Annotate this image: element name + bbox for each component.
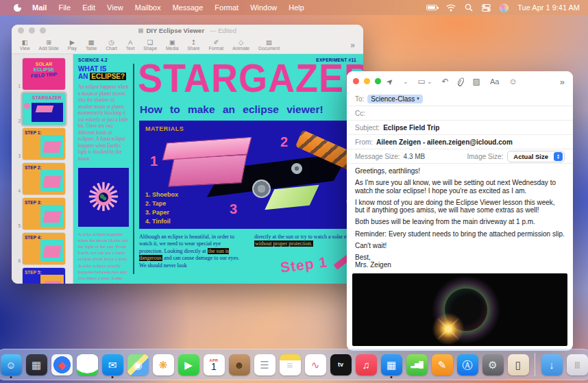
cc-field[interactable]: Cc: (347, 106, 573, 121)
attach-icon[interactable] (456, 77, 465, 87)
dock-item-facetime[interactable]: ▶ (177, 351, 200, 378)
slide-thumbnail-1[interactable]: 1SOLARECLIPSEFIELD TRIP (12, 58, 73, 90)
menu-app-name[interactable]: Mail (32, 3, 47, 12)
dock-item-downloads[interactable]: ↓ (540, 351, 563, 378)
slide-subtitle: How to make an eclipse viewer! (140, 103, 323, 116)
keynote-toolbar-view[interactable]: ◧View (20, 39, 30, 51)
keynote-toolbar-table[interactable]: ▦Table (86, 39, 97, 51)
undo-icon[interactable]: ↶ (442, 77, 449, 86)
slide-canvas[interactable]: SCIENCE 4.2 EXPERIMENT #11 WHAT IS AN EC… (73, 54, 363, 284)
keynote-toolbar-share[interactable]: ↥Share (187, 39, 199, 51)
keynote-titlebar[interactable]: ▤ DIY Eclipse Viewer — Edited (12, 25, 363, 36)
document-icon: ▤ (138, 27, 144, 34)
send-icon[interactable]: ➤ (384, 76, 395, 87)
dock-item-photos[interactable]: ❋ (151, 351, 175, 378)
subject-field[interactable]: Subject: Eclipse Field Trip (347, 121, 573, 135)
format-icon[interactable]: Aa (490, 78, 499, 86)
menu-clock[interactable]: Tue Apr 1 9:41 AM (517, 3, 580, 12)
maps-icon: ◉ (127, 354, 149, 375)
view-icon: ◧ (22, 39, 28, 45)
numbers-icon: ▂▅█ (406, 354, 428, 375)
dock-item-system-settings[interactable]: ⚙ (481, 351, 504, 378)
eclipse-paragraph-1: An eclipse happens when a moon or planet… (78, 84, 130, 162)
menu-mailbox[interactable]: Mailbox (135, 3, 161, 12)
dock-item-maps[interactable]: ◉ (126, 351, 149, 378)
control-center-icon[interactable] (482, 3, 491, 12)
insert-photo-icon[interactable]: ▨ (473, 77, 480, 86)
keynote-toolbar-format[interactable]: ✐Format (209, 39, 224, 51)
desktop: Mail FileEditViewMailboxMessageFormatWin… (0, 0, 588, 383)
dock-item-pages[interactable]: ✎ (430, 351, 454, 378)
slide-thumbnail-4[interactable]: 4STEP 2: (12, 163, 73, 195)
dock-item-freeform[interactable]: ∿ (304, 351, 327, 378)
close-button[interactable] (18, 27, 24, 34)
toolbar-overflow-icon[interactable]: » (350, 40, 355, 50)
send-options-chevron-icon[interactable]: ⌄ (403, 79, 408, 85)
image-size-dropdown[interactable]: Actual Size ▲▼ (507, 151, 565, 162)
dock-item-tv[interactable]: tv (329, 351, 352, 378)
dock-item-messages[interactable] (75, 351, 99, 378)
slide-kicker-left: SCIENCE 4.2 (78, 58, 108, 62)
slide-thumbnail-5[interactable]: 5STEP 3: (12, 198, 73, 230)
launchpad-icon: ▦ (26, 354, 47, 375)
keynote-toolbar-animate[interactable]: ◇Animate (232, 39, 249, 51)
apple-menu-icon[interactable] (14, 4, 21, 12)
dock-item-numbers[interactable]: ▂▅█ (405, 351, 428, 378)
minimize-button[interactable] (29, 27, 35, 34)
keynote-toolbar-play[interactable]: ▶Play (68, 39, 77, 51)
dock-item-mail[interactable]: ✉ (101, 351, 124, 378)
header-fields-icon[interactable]: ▭⌄ (418, 77, 432, 86)
safari-icon: ◆ (51, 354, 73, 375)
menu-format[interactable]: Format (215, 3, 238, 12)
photos-icon: ❋ (153, 354, 174, 375)
dock-item-launchpad[interactable]: ▦ (25, 351, 48, 378)
play-icon: ▶ (70, 39, 75, 45)
menu-file[interactable]: File (58, 3, 71, 12)
emoji-icon[interactable]: ☺ (509, 77, 517, 86)
eclipse-photo-attachment[interactable] (352, 273, 567, 346)
keynote-toolbar-document[interactable]: ▤Document (258, 39, 280, 51)
dock-item-trash[interactable]: ||| (565, 351, 588, 378)
reminders-icon: ☰ (254, 354, 275, 375)
dock-item-contacts[interactable]: ☻ (228, 351, 251, 378)
dock-item-iphone-mirroring[interactable]: ▯ (506, 351, 530, 378)
dock-item-safari[interactable]: ◆ (50, 351, 73, 378)
dock-item-music[interactable]: ♫ (354, 351, 378, 378)
dock-item-app-store[interactable]: Ⓐ (456, 351, 479, 378)
slide-thumbnail-7[interactable]: 7STEP 5: (12, 268, 73, 284)
menu-view[interactable]: View (107, 3, 123, 12)
to-field[interactable]: To: Science-Class ▾ (347, 92, 573, 106)
dock-item-reminders[interactable]: ☰ (253, 351, 276, 378)
search-icon[interactable] (465, 3, 473, 12)
media-icon: ▣ (169, 39, 175, 45)
mail-toolbar[interactable]: ➤ ⌄ ▭⌄ ↶ ▨ Aa ☺ » (347, 71, 573, 92)
menu-edit[interactable]: Edit (82, 3, 95, 12)
close-button[interactable] (353, 78, 359, 84)
wifi-icon[interactable] (446, 4, 456, 12)
zoom-button[interactable] (40, 27, 46, 34)
menu-message[interactable]: Message (173, 3, 204, 12)
minimize-button[interactable] (364, 78, 370, 84)
dock-item-notes[interactable]: ≡ (278, 351, 302, 378)
menu-window[interactable]: Window (250, 3, 277, 12)
zoom-button[interactable] (375, 78, 381, 84)
dock-item-finder[interactable]: ☺ (0, 351, 23, 378)
siri-icon[interactable] (500, 3, 509, 12)
toolbar-overflow-icon[interactable]: » (560, 77, 565, 86)
dock-item-keynote[interactable]: ▦ (380, 351, 403, 378)
keynote-toolbar-text[interactable]: AText (126, 39, 134, 51)
keynote-toolbar-chart[interactable]: ◷Chart (106, 39, 117, 51)
keynote-toolbar-add-slide[interactable]: ⊞Add Slide (39, 39, 59, 51)
keynote-toolbar-media[interactable]: ▣Media (166, 39, 179, 51)
slide-thumbnail-3[interactable]: 3STEP 1: (12, 128, 73, 160)
keynote-toolbar-shape[interactable]: ❏Shape (143, 39, 157, 51)
message-body[interactable]: Greetings, earthlings!As I'm sure you al… (347, 164, 573, 269)
downloads-icon: ↓ (541, 354, 563, 375)
recipient-token[interactable]: Science-Class ▾ (367, 95, 422, 103)
menu-status-area: Tue Apr 1 9:41 AM (426, 3, 580, 12)
slide-thumbnail-2[interactable]: 2STARGAZER (12, 93, 73, 125)
from-field[interactable]: From: Aileen Zeigen - aileen.zeigen@iclo… (347, 135, 573, 149)
menu-help[interactable]: Help (289, 3, 304, 12)
slide-thumbnail-6[interactable]: 6STEP 4: (12, 233, 73, 264)
dock-item-calendar[interactable]: APR1 (202, 351, 225, 378)
